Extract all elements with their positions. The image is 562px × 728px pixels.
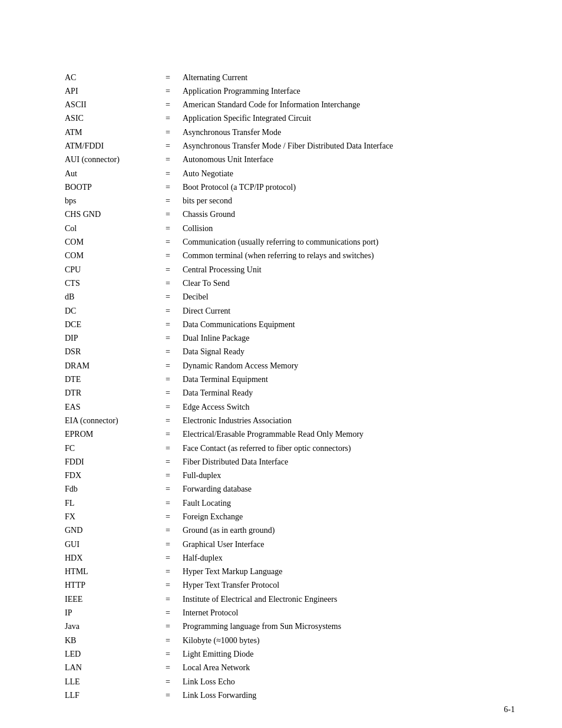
equals-sign: = bbox=[153, 579, 183, 592]
equals-sign: = bbox=[153, 373, 183, 387]
abbreviation: EPROM bbox=[65, 428, 153, 442]
definition: Communication (usually referring to comm… bbox=[183, 236, 515, 249]
table-row: AC=Alternating Current bbox=[65, 71, 515, 84]
table-row: Java=Programming language from Sun Micro… bbox=[65, 620, 515, 634]
abbreviation: ATM/FDDI bbox=[65, 139, 153, 153]
table-row: ATM/FDDI=Asynchronous Transfer Mode / Fi… bbox=[65, 139, 515, 153]
abbreviation: DIP bbox=[65, 332, 153, 345]
table-row: LED=Light Emitting Diode bbox=[65, 647, 515, 661]
table-row: AUI (connector)=Autonomous Unit Interfac… bbox=[65, 153, 515, 167]
equals-sign: = bbox=[153, 208, 183, 222]
abbreviation: Col bbox=[65, 222, 153, 235]
definition: Application Specific Integrated Circuit bbox=[183, 112, 515, 126]
table-row: DCE=Data Communications Equipment bbox=[65, 318, 515, 331]
equals-sign: = bbox=[153, 222, 183, 235]
abbreviation: FC bbox=[65, 442, 153, 455]
table-row: LLE=Link Loss Echo bbox=[65, 675, 515, 689]
equals-sign: = bbox=[153, 442, 183, 455]
abbreviation: Fdb bbox=[65, 483, 153, 496]
table-row: DSR=Data Signal Ready bbox=[65, 345, 515, 359]
equals-sign: = bbox=[153, 675, 183, 689]
definition: Edge Access Switch bbox=[183, 400, 515, 414]
equals-sign: = bbox=[153, 291, 183, 304]
abbreviation: API bbox=[65, 84, 153, 98]
definition: Decibel bbox=[183, 291, 515, 304]
equals-sign: = bbox=[153, 359, 183, 373]
table-row: HDX=Half-duplex bbox=[65, 551, 515, 565]
abbreviation: GUI bbox=[65, 538, 153, 551]
table-row: EPROM=Electrical/Erasable Programmable R… bbox=[65, 428, 515, 442]
equals-sign: = bbox=[153, 400, 183, 414]
table-row: Col=Collision bbox=[65, 222, 515, 235]
equals-sign: = bbox=[153, 607, 183, 620]
table-row: BOOTP=Boot Protocol (a TCP/IP protocol) bbox=[65, 180, 515, 194]
equals-sign: = bbox=[153, 139, 183, 153]
abbreviation: BOOTP bbox=[65, 180, 153, 194]
definition: Dynamic Random Access Memory bbox=[183, 359, 515, 373]
abbreviation: LED bbox=[65, 647, 153, 661]
table-row: LLF=Link Loss Forwarding bbox=[65, 689, 515, 702]
equals-sign: = bbox=[153, 84, 183, 98]
table-row: CPU=Central Processing Unit bbox=[65, 263, 515, 276]
definition: Collision bbox=[183, 222, 515, 235]
definition: Application Programming Interface bbox=[183, 84, 515, 98]
definition: Central Processing Unit bbox=[183, 263, 515, 276]
equals-sign: = bbox=[153, 304, 183, 318]
table-row: GND=Ground (as in earth ground) bbox=[65, 524, 515, 538]
abbreviation: COM bbox=[65, 249, 153, 263]
abbreviation: Java bbox=[65, 620, 153, 634]
equals-sign: = bbox=[153, 236, 183, 249]
equals-sign: = bbox=[153, 153, 183, 167]
page-number: 6-1 bbox=[504, 705, 515, 714]
table-row: EAS=Edge Access Switch bbox=[65, 400, 515, 414]
abbreviation: HTML bbox=[65, 565, 153, 579]
definition: Foreign Exchange bbox=[183, 510, 515, 524]
definition: Clear To Send bbox=[183, 276, 515, 290]
abbreviation: ATM bbox=[65, 126, 153, 139]
abbreviation: EAS bbox=[65, 400, 153, 414]
equals-sign: = bbox=[153, 565, 183, 579]
table-row: EIA (connector)=Electronic Industries As… bbox=[65, 414, 515, 427]
table-row: DTE=Data Terminal Equipment bbox=[65, 373, 515, 387]
equals-sign: = bbox=[153, 524, 183, 538]
abbreviation: EIA (connector) bbox=[65, 414, 153, 427]
equals-sign: = bbox=[153, 387, 183, 400]
abbreviation: FL bbox=[65, 496, 153, 510]
abbreviation: dB bbox=[65, 291, 153, 304]
definition: Direct Current bbox=[183, 304, 515, 318]
table-row: DRAM=Dynamic Random Access Memory bbox=[65, 359, 515, 373]
equals-sign: = bbox=[153, 647, 183, 661]
definition: Full-duplex bbox=[183, 469, 515, 483]
table-row: ASIC=Application Specific Integrated Cir… bbox=[65, 112, 515, 126]
table-row: IP=Internet Protocol bbox=[65, 607, 515, 620]
abbreviation: DCE bbox=[65, 318, 153, 331]
equals-sign: = bbox=[153, 98, 183, 112]
equals-sign: = bbox=[153, 428, 183, 442]
equals-sign: = bbox=[153, 469, 183, 483]
equals-sign: = bbox=[153, 249, 183, 263]
definition: Data Terminal Ready bbox=[183, 387, 515, 400]
equals-sign: = bbox=[153, 483, 183, 496]
equals-sign: = bbox=[153, 112, 183, 126]
abbreviation: ASIC bbox=[65, 112, 153, 126]
equals-sign: = bbox=[153, 689, 183, 702]
equals-sign: = bbox=[153, 510, 183, 524]
definition: Alternating Current bbox=[183, 71, 515, 84]
definition: Hyper Text Markup Language bbox=[183, 565, 515, 579]
abbreviation: KB bbox=[65, 634, 153, 647]
abbreviation: FX bbox=[65, 510, 153, 524]
definition: Autonomous Unit Interface bbox=[183, 153, 515, 167]
abbreviation: CTS bbox=[65, 276, 153, 290]
abbreviation: DRAM bbox=[65, 359, 153, 373]
table-row: ATM=Asynchronous Transfer Mode bbox=[65, 126, 515, 139]
table-row: FDX=Full-duplex bbox=[65, 469, 515, 483]
glossary-table: AC=Alternating CurrentAPI=Application Pr… bbox=[65, 71, 515, 703]
definition: bits per second bbox=[183, 195, 515, 208]
definition: Kilobyte (≈1000 bytes) bbox=[183, 634, 515, 647]
definition: Fault Locating bbox=[183, 496, 515, 510]
equals-sign: = bbox=[153, 345, 183, 359]
abbreviation: CPU bbox=[65, 263, 153, 276]
abbreviation: FDDI bbox=[65, 455, 153, 469]
table-row: FX=Foreign Exchange bbox=[65, 510, 515, 524]
abbreviation: GND bbox=[65, 524, 153, 538]
